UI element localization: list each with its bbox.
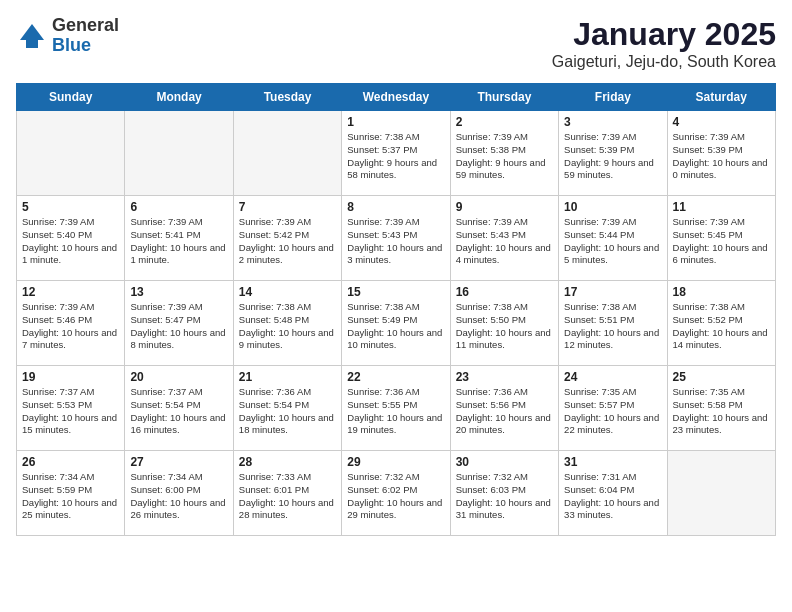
calendar-cell (233, 111, 341, 196)
svg-rect-2 (26, 40, 38, 48)
calendar-title: January 2025 (552, 16, 776, 53)
day-number: 15 (347, 285, 444, 299)
calendar-cell: 23Sunrise: 7:36 AM Sunset: 5:56 PM Dayli… (450, 366, 558, 451)
cell-content: Sunrise: 7:38 AM Sunset: 5:51 PM Dayligh… (564, 301, 661, 352)
calendar-cell: 4Sunrise: 7:39 AM Sunset: 5:39 PM Daylig… (667, 111, 775, 196)
cell-content: Sunrise: 7:39 AM Sunset: 5:44 PM Dayligh… (564, 216, 661, 267)
calendar-table: SundayMondayTuesdayWednesdayThursdayFrid… (16, 83, 776, 536)
cell-content: Sunrise: 7:38 AM Sunset: 5:52 PM Dayligh… (673, 301, 770, 352)
cell-content: Sunrise: 7:39 AM Sunset: 5:39 PM Dayligh… (673, 131, 770, 182)
cell-content: Sunrise: 7:38 AM Sunset: 5:49 PM Dayligh… (347, 301, 444, 352)
logo-general-text: General (52, 16, 119, 36)
day-number: 14 (239, 285, 336, 299)
day-number: 23 (456, 370, 553, 384)
cell-content: Sunrise: 7:39 AM Sunset: 5:38 PM Dayligh… (456, 131, 553, 182)
day-number: 6 (130, 200, 227, 214)
day-number: 21 (239, 370, 336, 384)
logo-icon (16, 20, 48, 52)
calendar-cell: 13Sunrise: 7:39 AM Sunset: 5:47 PM Dayli… (125, 281, 233, 366)
calendar-cell: 11Sunrise: 7:39 AM Sunset: 5:45 PM Dayli… (667, 196, 775, 281)
calendar-cell: 27Sunrise: 7:34 AM Sunset: 6:00 PM Dayli… (125, 451, 233, 536)
calendar-cell: 24Sunrise: 7:35 AM Sunset: 5:57 PM Dayli… (559, 366, 667, 451)
calendar-cell: 25Sunrise: 7:35 AM Sunset: 5:58 PM Dayli… (667, 366, 775, 451)
cell-content: Sunrise: 7:35 AM Sunset: 5:57 PM Dayligh… (564, 386, 661, 437)
cell-content: Sunrise: 7:36 AM Sunset: 5:56 PM Dayligh… (456, 386, 553, 437)
cell-content: Sunrise: 7:39 AM Sunset: 5:40 PM Dayligh… (22, 216, 119, 267)
day-number: 16 (456, 285, 553, 299)
day-number: 10 (564, 200, 661, 214)
col-header-tuesday: Tuesday (233, 84, 341, 111)
calendar-cell (667, 451, 775, 536)
day-number: 27 (130, 455, 227, 469)
cell-content: Sunrise: 7:38 AM Sunset: 5:37 PM Dayligh… (347, 131, 444, 182)
calendar-cell (125, 111, 233, 196)
cell-content: Sunrise: 7:32 AM Sunset: 6:02 PM Dayligh… (347, 471, 444, 522)
calendar-cell: 9Sunrise: 7:39 AM Sunset: 5:43 PM Daylig… (450, 196, 558, 281)
cell-content: Sunrise: 7:39 AM Sunset: 5:47 PM Dayligh… (130, 301, 227, 352)
calendar-cell: 15Sunrise: 7:38 AM Sunset: 5:49 PM Dayli… (342, 281, 450, 366)
day-number: 11 (673, 200, 770, 214)
day-number: 29 (347, 455, 444, 469)
calendar-cell: 26Sunrise: 7:34 AM Sunset: 5:59 PM Dayli… (17, 451, 125, 536)
day-number: 17 (564, 285, 661, 299)
calendar-cell: 14Sunrise: 7:38 AM Sunset: 5:48 PM Dayli… (233, 281, 341, 366)
cell-content: Sunrise: 7:35 AM Sunset: 5:58 PM Dayligh… (673, 386, 770, 437)
calendar-cell: 7Sunrise: 7:39 AM Sunset: 5:42 PM Daylig… (233, 196, 341, 281)
calendar-cell (17, 111, 125, 196)
calendar-cell: 12Sunrise: 7:39 AM Sunset: 5:46 PM Dayli… (17, 281, 125, 366)
calendar-cell: 10Sunrise: 7:39 AM Sunset: 5:44 PM Dayli… (559, 196, 667, 281)
header-row: SundayMondayTuesdayWednesdayThursdayFrid… (17, 84, 776, 111)
day-number: 22 (347, 370, 444, 384)
cell-content: Sunrise: 7:39 AM Sunset: 5:46 PM Dayligh… (22, 301, 119, 352)
day-number: 8 (347, 200, 444, 214)
cell-content: Sunrise: 7:38 AM Sunset: 5:48 PM Dayligh… (239, 301, 336, 352)
day-number: 20 (130, 370, 227, 384)
cell-content: Sunrise: 7:34 AM Sunset: 5:59 PM Dayligh… (22, 471, 119, 522)
day-number: 5 (22, 200, 119, 214)
day-number: 19 (22, 370, 119, 384)
logo: General Blue (16, 16, 119, 56)
cell-content: Sunrise: 7:37 AM Sunset: 5:54 PM Dayligh… (130, 386, 227, 437)
day-number: 26 (22, 455, 119, 469)
day-number: 4 (673, 115, 770, 129)
calendar-cell: 2Sunrise: 7:39 AM Sunset: 5:38 PM Daylig… (450, 111, 558, 196)
day-number: 31 (564, 455, 661, 469)
day-number: 2 (456, 115, 553, 129)
calendar-subtitle: Gaigeturi, Jeju-do, South Korea (552, 53, 776, 71)
day-number: 1 (347, 115, 444, 129)
cell-content: Sunrise: 7:39 AM Sunset: 5:43 PM Dayligh… (456, 216, 553, 267)
logo-blue-text: Blue (52, 36, 119, 56)
col-header-wednesday: Wednesday (342, 84, 450, 111)
calendar-cell: 1Sunrise: 7:38 AM Sunset: 5:37 PM Daylig… (342, 111, 450, 196)
calendar-cell: 22Sunrise: 7:36 AM Sunset: 5:55 PM Dayli… (342, 366, 450, 451)
calendar-cell: 3Sunrise: 7:39 AM Sunset: 5:39 PM Daylig… (559, 111, 667, 196)
week-row-4: 19Sunrise: 7:37 AM Sunset: 5:53 PM Dayli… (17, 366, 776, 451)
day-number: 25 (673, 370, 770, 384)
calendar-cell: 19Sunrise: 7:37 AM Sunset: 5:53 PM Dayli… (17, 366, 125, 451)
day-number: 9 (456, 200, 553, 214)
week-row-5: 26Sunrise: 7:34 AM Sunset: 5:59 PM Dayli… (17, 451, 776, 536)
cell-content: Sunrise: 7:36 AM Sunset: 5:54 PM Dayligh… (239, 386, 336, 437)
cell-content: Sunrise: 7:39 AM Sunset: 5:39 PM Dayligh… (564, 131, 661, 182)
week-row-2: 5Sunrise: 7:39 AM Sunset: 5:40 PM Daylig… (17, 196, 776, 281)
cell-content: Sunrise: 7:32 AM Sunset: 6:03 PM Dayligh… (456, 471, 553, 522)
week-row-1: 1Sunrise: 7:38 AM Sunset: 5:37 PM Daylig… (17, 111, 776, 196)
page-header: General Blue January 2025 Gaigeturi, Jej… (16, 16, 776, 71)
cell-content: Sunrise: 7:39 AM Sunset: 5:43 PM Dayligh… (347, 216, 444, 267)
cell-content: Sunrise: 7:39 AM Sunset: 5:45 PM Dayligh… (673, 216, 770, 267)
calendar-cell: 30Sunrise: 7:32 AM Sunset: 6:03 PM Dayli… (450, 451, 558, 536)
day-number: 12 (22, 285, 119, 299)
day-number: 3 (564, 115, 661, 129)
day-number: 28 (239, 455, 336, 469)
cell-content: Sunrise: 7:36 AM Sunset: 5:55 PM Dayligh… (347, 386, 444, 437)
week-row-3: 12Sunrise: 7:39 AM Sunset: 5:46 PM Dayli… (17, 281, 776, 366)
day-number: 30 (456, 455, 553, 469)
calendar-cell: 28Sunrise: 7:33 AM Sunset: 6:01 PM Dayli… (233, 451, 341, 536)
calendar-cell: 17Sunrise: 7:38 AM Sunset: 5:51 PM Dayli… (559, 281, 667, 366)
calendar-cell: 8Sunrise: 7:39 AM Sunset: 5:43 PM Daylig… (342, 196, 450, 281)
col-header-saturday: Saturday (667, 84, 775, 111)
calendar-cell: 5Sunrise: 7:39 AM Sunset: 5:40 PM Daylig… (17, 196, 125, 281)
calendar-cell: 29Sunrise: 7:32 AM Sunset: 6:02 PM Dayli… (342, 451, 450, 536)
title-block: January 2025 Gaigeturi, Jeju-do, South K… (552, 16, 776, 71)
calendar-cell: 31Sunrise: 7:31 AM Sunset: 6:04 PM Dayli… (559, 451, 667, 536)
